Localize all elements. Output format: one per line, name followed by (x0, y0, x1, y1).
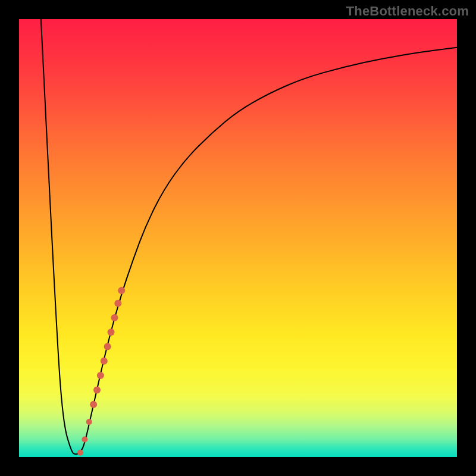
highlight-dot (108, 328, 115, 336)
highlight-dot (111, 314, 118, 321)
highlight-dot (86, 419, 92, 425)
highlight-dot (114, 300, 121, 307)
watermark-label: TheBottleneck.com (346, 4, 469, 19)
highlight-dot (118, 287, 125, 294)
highlight-dot (93, 386, 101, 393)
chart-frame: TheBottleneck.com (0, 0, 476, 476)
highlight-dot (104, 343, 111, 350)
highlight-dot (82, 437, 87, 443)
highlight-dot (97, 372, 104, 379)
highlight-dot (101, 358, 108, 365)
chart-svg (19, 19, 457, 457)
highlight-dot (90, 401, 97, 408)
curve-line (41, 19, 457, 454)
highlight-dot (77, 450, 83, 456)
